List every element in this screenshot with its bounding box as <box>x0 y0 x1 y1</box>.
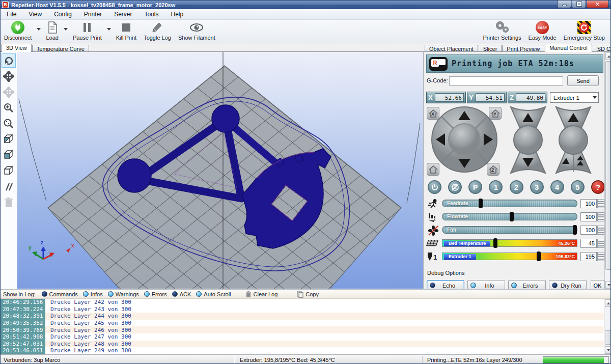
bed-target-value[interactable]: 45 <box>580 239 597 248</box>
fan-spinner[interactable] <box>597 226 604 235</box>
send-button[interactable]: Send <box>567 75 599 86</box>
flowrate-spinner[interactable] <box>597 212 604 221</box>
info-led <box>470 283 476 288</box>
log-toggle-ack[interactable]: ACK <box>172 291 191 297</box>
extruder-temp-thumb[interactable] <box>537 251 541 261</box>
pause-print-button[interactable]: Pause Print <box>69 20 105 43</box>
delete-object-button[interactable] <box>2 195 16 210</box>
top-view-button[interactable] <box>2 164 16 178</box>
motors-off-button[interactable] <box>448 180 462 194</box>
z-position: Z 49,80 <box>508 92 547 103</box>
viewport-3d[interactable]: y z x <box>1 51 423 289</box>
printer-settings-button[interactable]: Printer Settings <box>479 20 524 43</box>
minimize-button[interactable] <box>557 1 571 8</box>
preset-4-button[interactable]: 4 <box>550 180 564 194</box>
tab-slicer[interactable]: Slicer <box>479 45 502 52</box>
copy-log-button[interactable]: Copy <box>297 291 319 298</box>
disconnect-dropdown[interactable] <box>35 20 42 43</box>
park-button[interactable]: P <box>468 180 482 194</box>
pause-dropdown[interactable] <box>105 20 113 43</box>
feedrate-slider[interactable]: Feedrate <box>442 200 577 207</box>
log-scroll-thumb[interactable] <box>605 330 611 345</box>
preset-5-button[interactable]: 5 <box>571 180 585 194</box>
iso-cube-icon <box>3 133 15 146</box>
flowrate-value[interactable]: 100 <box>580 212 597 221</box>
rotate-view-button[interactable] <box>2 53 16 68</box>
kill-print-button[interactable]: Kill Print <box>113 20 140 43</box>
gcode-input[interactable] <box>449 76 563 86</box>
menu-config[interactable]: Config <box>48 10 78 19</box>
fan-slider[interactable]: Fan <box>442 226 577 234</box>
panel-scrollbar[interactable] <box>604 52 611 289</box>
log-toggle-warnings[interactable]: Warnings <box>108 291 139 297</box>
clear-log-button[interactable]: Clear Log <box>245 291 278 298</box>
scroll-down-button[interactable] <box>605 281 611 289</box>
extruder-temp-spinner[interactable] <box>597 252 604 261</box>
log-toggle-autoscroll[interactable]: Auto Scroll <box>196 291 231 297</box>
log-toggle-commands[interactable]: Commands <box>42 291 78 297</box>
preset-3-button[interactable]: 3 <box>530 180 544 194</box>
tab-object-placement[interactable]: Object Placement <box>425 45 478 52</box>
print-status-header: R Printing job ETA 52m:18s <box>426 54 603 73</box>
xy-jog-pad[interactable] <box>430 105 499 174</box>
tab-print-preview[interactable]: Print Preview <box>502 45 544 52</box>
disconnect-plug-icon <box>11 21 24 34</box>
log-scroll-down-button[interactable] <box>605 346 611 354</box>
extruder-jog-control[interactable] <box>552 105 595 175</box>
close-button[interactable]: ✕ <box>587 1 608 8</box>
flowrate-slider[interactable]: Flowrate <box>442 213 577 220</box>
log-scrollbar[interactable] <box>604 299 611 354</box>
tab-3d-view[interactable]: 3D View <box>2 44 32 52</box>
extruder-icon: 1 <box>426 251 439 263</box>
z-jog-control[interactable] <box>507 105 549 175</box>
toggle-log-button[interactable]: Toggle Log <box>140 20 175 43</box>
menu-tools[interactable]: Tools <box>138 10 165 19</box>
tab-manual-control[interactable]: Manual Control <box>545 44 592 52</box>
bed-temp-thumb[interactable] <box>493 238 497 248</box>
feedrate-spinner[interactable] <box>597 199 604 208</box>
fan-slider-thumb[interactable] <box>573 225 577 235</box>
show-filament-button[interactable]: Show Filament <box>175 20 219 43</box>
move-object-button[interactable] <box>2 85 16 99</box>
log-toggle-errors[interactable]: Errors <box>144 291 167 297</box>
tab-sd-card[interactable]: SD Card <box>593 45 611 52</box>
disconnect-button[interactable]: Disconnect <box>1 20 35 43</box>
preset-2-button[interactable]: 2 <box>510 180 523 194</box>
cube-icon <box>3 165 15 177</box>
feedrate-value[interactable]: 100 <box>580 199 597 208</box>
tab-temperature-curve[interactable]: Temperature Curve <box>32 45 89 52</box>
log-scroll-up-button[interactable] <box>605 299 611 307</box>
parallel-projection-button[interactable] <box>2 180 16 194</box>
move-view-button[interactable] <box>2 69 16 83</box>
menu-view[interactable]: View <box>22 10 48 19</box>
panel-scroll-thumb[interactable] <box>605 61 611 270</box>
front-view-button[interactable] <box>2 148 16 162</box>
chevron-down-icon <box>593 96 597 99</box>
isometric-view-button[interactable] <box>2 132 16 147</box>
feedrate-slider-thumb[interactable] <box>479 199 483 208</box>
zoom-in-button[interactable] <box>2 101 16 115</box>
emergency-stop-button[interactable]: Emergency Stop <box>560 20 608 43</box>
menu-printer[interactable]: Printer <box>78 10 108 19</box>
bed-temperature-slider[interactable]: Bed Temperature 45,26°C <box>442 239 577 247</box>
menu-help[interactable]: Help <box>165 10 190 19</box>
menu-server[interactable]: Server <box>108 10 138 19</box>
log-toggle-infos[interactable]: Infos <box>83 291 103 297</box>
bed-temp-spinner[interactable] <box>597 239 604 248</box>
preset-1-button[interactable]: 1 <box>489 180 503 194</box>
load-dropdown[interactable] <box>62 20 69 43</box>
easy-mode-button[interactable]: EASY Easy Mode <box>525 20 560 43</box>
extruder-temperature-slider[interactable]: Extruder 1 195,83°C <box>442 253 577 260</box>
extruder-target-value[interactable]: 195 <box>580 252 597 261</box>
scroll-up-button[interactable] <box>605 52 611 60</box>
load-button[interactable]: Load <box>42 20 62 43</box>
log-list[interactable]: 20:46:29.156Drucke Layer 242 von 300 20:… <box>1 299 604 354</box>
menu-file[interactable]: File <box>1 10 22 19</box>
extruder-select[interactable]: Extruder 1 <box>550 92 599 103</box>
maximize-button[interactable] <box>572 1 586 8</box>
power-button[interactable] <box>428 180 441 194</box>
help-button[interactable]: ? <box>591 180 605 194</box>
fan-value[interactable]: 100 <box>580 226 597 235</box>
flowrate-slider-thumb[interactable] <box>510 212 514 221</box>
fit-view-button[interactable] <box>2 117 16 131</box>
